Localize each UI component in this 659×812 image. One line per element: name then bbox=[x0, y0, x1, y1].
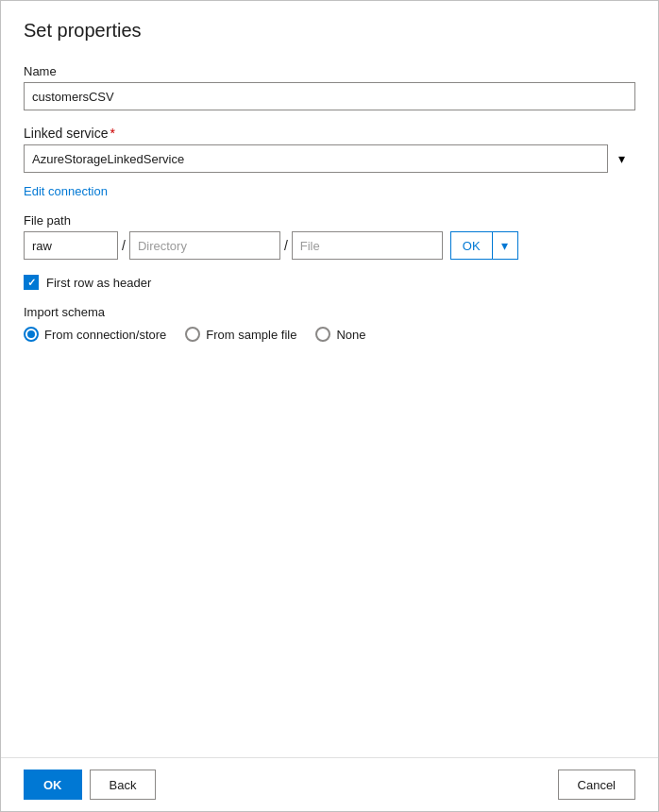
separator-2: / bbox=[280, 238, 292, 253]
radio-none[interactable]: None bbox=[315, 327, 365, 342]
radio-from-sample-label: From sample file bbox=[206, 328, 296, 342]
back-button[interactable]: Back bbox=[90, 770, 157, 800]
radio-dot bbox=[27, 330, 35, 338]
dialog-title: Set properties bbox=[1, 1, 658, 57]
cancel-button[interactable]: Cancel bbox=[558, 770, 635, 800]
dialog-footer: OK Back Cancel bbox=[1, 757, 658, 811]
radio-none-label: None bbox=[336, 328, 365, 342]
file-path-group: File path / / OK ▾ bbox=[24, 213, 635, 260]
checkmark-icon: ✓ bbox=[27, 277, 36, 289]
file-path-directory-input[interactable] bbox=[129, 231, 280, 260]
linked-service-label: Linked service* bbox=[24, 126, 635, 141]
name-group: Name bbox=[24, 64, 635, 110]
import-schema-group: Import schema From connection/store From… bbox=[24, 305, 635, 342]
radio-from-connection-label: From connection/store bbox=[44, 328, 166, 342]
radio-from-sample-button[interactable] bbox=[185, 327, 200, 342]
file-path-inputs: / / OK ▾ bbox=[24, 231, 635, 260]
browse-dropdown-button[interactable]: ▾ bbox=[492, 231, 518, 260]
dialog-body: Name Linked service* AzureStorageLinkedS… bbox=[1, 57, 658, 757]
name-input[interactable] bbox=[24, 82, 635, 110]
browse-chevron-icon: ▾ bbox=[501, 238, 508, 253]
radio-from-connection-button[interactable] bbox=[24, 327, 39, 342]
radio-from-sample[interactable]: From sample file bbox=[185, 327, 296, 342]
linked-service-dropdown-wrapper: AzureStorageLinkedService ▾ bbox=[24, 144, 635, 173]
set-properties-dialog: Set properties Name Linked service* Azur… bbox=[0, 0, 659, 812]
first-row-header-group: ✓ First row as header bbox=[24, 275, 635, 290]
file-path-raw-input[interactable] bbox=[24, 231, 118, 260]
edit-connection-group: Edit connection bbox=[24, 180, 635, 198]
import-schema-options: From connection/store From sample file N… bbox=[24, 327, 635, 342]
footer-left-buttons: OK Back bbox=[24, 770, 156, 800]
linked-service-group: Linked service* AzureStorageLinkedServic… bbox=[24, 126, 635, 173]
radio-from-connection[interactable]: From connection/store bbox=[24, 327, 166, 342]
radio-none-button[interactable] bbox=[315, 327, 330, 342]
first-row-header-label: First row as header bbox=[46, 276, 151, 290]
linked-service-select[interactable]: AzureStorageLinkedService bbox=[24, 144, 635, 173]
file-path-label: File path bbox=[24, 213, 635, 228]
browse-button-wrapper: OK ▾ bbox=[450, 231, 518, 260]
browse-button[interactable]: OK bbox=[450, 231, 492, 260]
name-label: Name bbox=[24, 64, 635, 78]
separator-1: / bbox=[118, 238, 129, 253]
footer-right-buttons: Cancel bbox=[558, 770, 635, 800]
file-path-file-input[interactable] bbox=[292, 231, 443, 260]
required-indicator: * bbox=[110, 126, 115, 141]
first-row-header-checkbox[interactable]: ✓ bbox=[24, 275, 39, 290]
import-schema-label: Import schema bbox=[24, 305, 635, 319]
ok-button[interactable]: OK bbox=[24, 770, 82, 800]
edit-connection-link[interactable]: Edit connection bbox=[24, 184, 108, 198]
